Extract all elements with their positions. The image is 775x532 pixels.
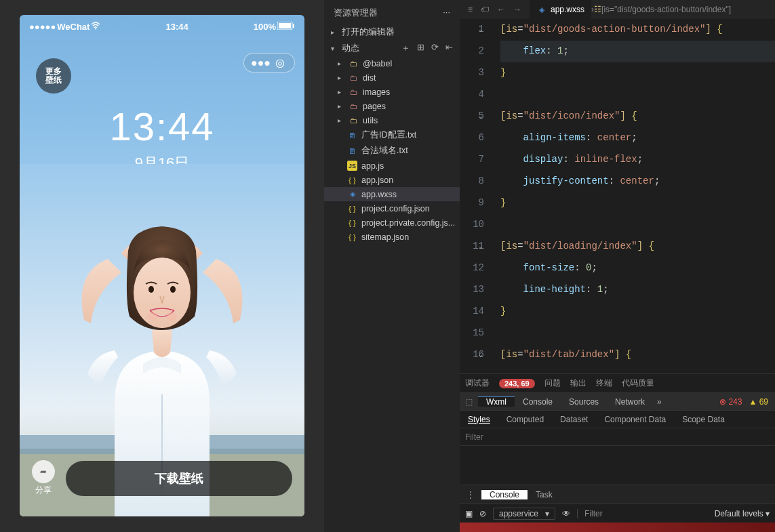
devtool-wxml[interactable]: Wxml (478, 396, 515, 407)
code-editor[interactable]: 1⌄2345⌄67891011⌄1213141516⌄ [is="dist/go… (460, 19, 775, 373)
css-rule-icon: ☷ (594, 5, 601, 14)
debugger-label[interactable]: 调试器 (465, 377, 490, 389)
tab-output[interactable]: 输出 (570, 377, 587, 389)
console-menu-icon[interactable]: ⋮ (460, 490, 481, 499)
toggle-panel-icon[interactable]: ≡ (468, 5, 473, 14)
styles-filter[interactable]: Filter (460, 428, 775, 446)
code-line[interactable]: justify-content: center; (500, 171, 775, 192)
error-count-badge[interactable]: 243, 69 (499, 379, 535, 388)
explorer-title: 资源管理器 (334, 7, 378, 19)
code-line[interactable] (500, 84, 775, 106)
code-line[interactable] (500, 214, 775, 236)
task-tab[interactable]: Task (528, 490, 561, 499)
file-tree-item[interactable]: 🖹合法域名.txt (324, 143, 460, 159)
devtool-sources[interactable]: Sources (561, 397, 607, 407)
devtool-more-icon[interactable]: » (657, 397, 662, 407)
styles-content (460, 446, 775, 485)
code-line[interactable] (500, 323, 775, 344)
file-tree-item[interactable]: JSapp.js (324, 159, 460, 173)
bookmark-icon[interactable]: 🏷 (481, 5, 489, 14)
svg-point-10 (147, 312, 158, 321)
code-line[interactable]: [is="dist/goods-action-button/index"] { (500, 19, 775, 41)
devtool-network[interactable]: Network (607, 397, 653, 407)
file-tree-item[interactable]: { }sitemap.json (324, 230, 460, 244)
console-levels-dropdown[interactable]: Default levels ▾ (715, 509, 770, 518)
refresh-icon[interactable]: ⟳ (431, 42, 439, 54)
subtab-styles[interactable]: Styles (460, 415, 498, 424)
file-tree-item[interactable]: ▸🗀dist (324, 70, 460, 85)
console-scope-dropdown[interactable]: appservice ▾ (493, 508, 555, 520)
devtool-console[interactable]: Console (515, 397, 561, 407)
nav-forward-icon[interactable]: → (513, 5, 521, 14)
code-line[interactable]: } (500, 301, 775, 323)
phone-screen[interactable]: ●●●●● WeChat 13:44 100% ●●● ◎ 更多 壁纸 13:4… (20, 15, 304, 516)
svg-point-8 (148, 286, 154, 293)
file-tree-item[interactable]: { }project.config.json (324, 201, 460, 216)
code-line[interactable]: [is="dist/icon/index"] { (500, 106, 775, 127)
file-tree-item[interactable]: { }app.json (324, 173, 460, 187)
console-tab[interactable]: Console (481, 490, 528, 499)
editor-tab-active[interactable]: ◈ app.wxss (530, 0, 591, 19)
tab-code-quality[interactable]: 代码质量 (622, 377, 654, 389)
simulator-panel: ●●●●● WeChat 13:44 100% ●●● ◎ 更多 壁纸 13:4… (0, 0, 324, 532)
new-file-icon[interactable]: ＋ (401, 42, 410, 54)
inspect-icon[interactable]: ⬚ (460, 397, 478, 407)
console-clear-icon[interactable]: ⊘ (479, 509, 486, 518)
nav-back-icon[interactable]: ← (497, 5, 505, 14)
collapse-icon[interactable]: ⇤ (445, 42, 453, 54)
console-eye-icon[interactable]: 👁 (562, 509, 570, 518)
subtab-dataset[interactable]: Dataset (552, 415, 596, 424)
more-wallpapers-badge[interactable]: 更多 壁纸 (36, 58, 71, 94)
debug-panel: 调试器 243, 69 问题 输出 终端 代码质量 ⬚ Wxml Console… (460, 373, 775, 532)
capsule-close-icon[interactable]: ◎ (273, 56, 287, 69)
signal-icon: ●●●●● (29, 22, 56, 32)
file-tree-item[interactable]: ▸🗀utils (324, 113, 460, 127)
code-line[interactable]: [is="dist/loading/index"] { (500, 236, 775, 258)
code-line[interactable]: [is="dist/tab/index"] { (500, 344, 775, 366)
file-tree-item[interactable]: ▸🗀images (324, 85, 460, 99)
code-line[interactable]: line-height: 1; (500, 279, 775, 301)
download-wallpaper-button[interactable]: 下载壁纸 (66, 461, 292, 496)
code-line[interactable]: font-size: 0; (500, 258, 775, 279)
console-error-line (460, 523, 775, 532)
open-editors-section[interactable]: ▸打开的编辑器 (324, 24, 460, 40)
subtab-scope-data[interactable]: Scope Data (674, 415, 733, 424)
project-root[interactable]: ▾动态 ＋ ⊞ ⟳ ⇤ (324, 40, 460, 56)
svg-point-11 (166, 312, 177, 321)
file-tree-item[interactable]: ◈app.wxss (324, 187, 460, 201)
console-play-icon[interactable]: ▣ (465, 509, 473, 518)
warning-indicator[interactable]: ▲ 69 (749, 397, 768, 407)
svg-point-0 (95, 28, 96, 30)
code-line[interactable]: } (500, 192, 775, 214)
new-folder-icon[interactable]: ⊞ (417, 42, 424, 54)
console-filter-input[interactable]: Filter (577, 509, 631, 518)
code-line[interactable]: align-items: center; (500, 127, 775, 149)
mini-program-capsule[interactable]: ●●● ◎ (243, 53, 295, 73)
svg-rect-1 (277, 22, 292, 30)
file-tree-item[interactable]: 🖹广告ID配置.txt (324, 127, 460, 143)
error-indicator[interactable]: ⊗ 243 (719, 397, 742, 407)
subtab-computed[interactable]: Computed (498, 415, 552, 424)
code-line[interactable]: display: inline-flex; (500, 149, 775, 171)
code-line[interactable]: } (500, 62, 775, 84)
file-tree-item[interactable]: { }project.private.config.js... (324, 216, 460, 230)
tab-problems[interactable]: 问题 (544, 377, 561, 389)
explorer-more-icon[interactable]: ··· (443, 7, 450, 19)
status-time: 13:44 (165, 22, 188, 32)
share-button[interactable]: ➦ 分享 (32, 460, 55, 496)
file-tree-item[interactable]: ▸🗀pages (324, 99, 460, 113)
code-line[interactable]: flex: 1; (500, 41, 775, 62)
clock-time: 13:44 (20, 104, 304, 149)
lockscreen-clock: 13:44 9月16日 (20, 104, 304, 173)
share-icon: ➦ (40, 467, 47, 476)
svg-rect-3 (293, 24, 294, 28)
svg-point-7 (134, 258, 191, 328)
tab-terminal[interactable]: 终端 (596, 377, 612, 389)
battery-icon (277, 22, 295, 32)
capsule-menu-icon[interactable]: ●●● (251, 57, 266, 69)
file-tree-item[interactable]: ▸🗀@babel (324, 56, 460, 70)
breadcrumb-path[interactable]: [is="dist/goods-action-button/index"] (601, 5, 731, 14)
file-explorer: 资源管理器 ··· ▸打开的编辑器 ▾动态 ＋ ⊞ ⟳ ⇤ ▸🗀@babel▸🗀… (324, 0, 460, 532)
subtab-component-data[interactable]: Component Data (596, 415, 674, 424)
battery-pct: 100% (254, 22, 276, 32)
